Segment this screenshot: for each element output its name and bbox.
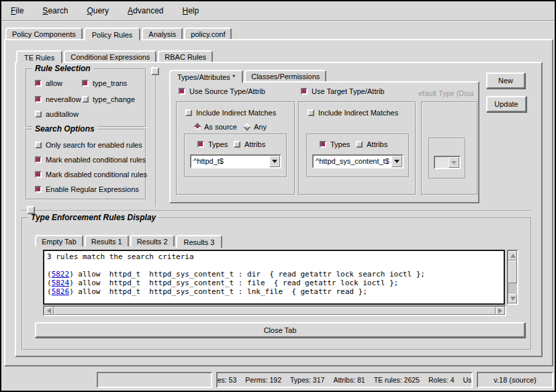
apol-window: File Search Query Advanced Help Policy C…	[0, 0, 556, 392]
checkbox-auditallow[interactable]: auditallow	[35, 110, 79, 118]
menu-advanced[interactable]: Advanced	[128, 6, 163, 15]
stat-attribs: Attribs: 81	[333, 376, 365, 384]
target-type-combo-value: ^httpd_sys_content_t$	[314, 156, 391, 167]
rule-id-link[interactable]: 5826	[52, 287, 70, 296]
tab-results-1[interactable]: Results 1	[85, 235, 129, 246]
checkbox-target-include-indirect[interactable]: Include Indirect Matches	[308, 109, 398, 117]
stat-roles: Roles: 4	[428, 376, 455, 384]
te-rules-display-title: Type Enforcement Rules Display	[28, 213, 158, 222]
checkbox-type-trans[interactable]: type_trans	[82, 79, 127, 87]
checkbox-indicator	[308, 109, 314, 116]
checkbox-allow[interactable]: allow	[35, 79, 62, 87]
checkbox-indicator	[35, 111, 42, 117]
tab-empty[interactable]: Empty Tab	[35, 235, 83, 246]
main-tab-bar: Policy Components Policy Rules Analysis …	[5, 24, 233, 40]
te-rules-tab-bar: TE Rules Conditional Expressions RBAC Ru…	[16, 47, 214, 63]
checkbox-target-types[interactable]: Types	[320, 140, 350, 148]
tab-results-2[interactable]: Results 2	[130, 235, 175, 246]
types-attributes-tab-bar: Types/Attributes * Classes/Permissions	[169, 67, 328, 83]
source-type-combo[interactable]: ^httpd_t$	[190, 154, 281, 168]
rule-selection-group: Rule Selection allow type_trans neverall…	[26, 68, 146, 128]
rule-id-link[interactable]: 5824	[52, 279, 70, 287]
checkbox-mark-disabled-conditional[interactable]: Mark disabled conditional rules	[35, 170, 147, 179]
checkbox-use-source-type[interactable]: Use Source Type/Attrib	[179, 87, 265, 95]
checkbox-enable-regex[interactable]: Enable Regular Expressions	[35, 185, 139, 193]
checkbox-indicator	[82, 80, 89, 87]
menu-query[interactable]: Query	[87, 6, 109, 15]
tab-conditional-expressions[interactable]: Conditional Expressions	[64, 50, 156, 62]
checkbox-mark-enabled-conditional[interactable]: Mark enabled conditional rules	[35, 156, 146, 164]
menu-help[interactable]: Help	[182, 6, 199, 15]
radio-as-source[interactable]: As source	[195, 123, 237, 131]
close-tab-button[interactable]: Close Tab	[35, 322, 525, 338]
tab-policy-rules[interactable]: Policy Rules	[84, 28, 141, 40]
tab-rbac-rules[interactable]: RBAC Rules	[158, 50, 213, 62]
tab-analysis[interactable]: Analysis	[142, 28, 183, 39]
scroll-up-icon[interactable]	[508, 251, 517, 260]
scroll-right-icon[interactable]	[496, 307, 505, 315]
radio-any[interactable]: Any	[244, 123, 267, 131]
checkbox-label: Attribs	[244, 140, 265, 148]
scrollbar-thumb[interactable]	[54, 307, 496, 315]
target-type-group: Include Indirect Matches Types Attribs ^…	[298, 101, 416, 195]
scroll-left-icon[interactable]	[44, 307, 54, 315]
dropdown-arrow-icon[interactable]	[269, 156, 280, 167]
results-horizontal-scrollbar[interactable]	[43, 305, 506, 316]
checkbox-label: type_trans	[93, 79, 127, 87]
scroll-down-icon[interactable]	[508, 294, 517, 303]
menu-search[interactable]: Search	[42, 6, 68, 15]
update-button[interactable]: Update	[486, 96, 526, 112]
rule-line: (5822) allow httpd_t httpd_sys_content_t…	[47, 270, 501, 279]
results-text-area[interactable]: 3 rules match the search criteria (5822)…	[43, 250, 505, 305]
checkbox-label: Attribs	[367, 140, 387, 148]
tab-te-rules[interactable]: TE Rules	[16, 50, 62, 63]
checkbox-source-types[interactable]: Types	[197, 140, 228, 148]
checkbox-neverallow[interactable]: neverallow	[35, 95, 81, 103]
checkbox-source-attribs[interactable]: Attribs	[234, 140, 265, 148]
target-type-combo[interactable]: ^httpd_sys_content_t$	[312, 154, 404, 168]
radio-label: Any	[254, 123, 267, 131]
tab-classes-permissions[interactable]: Classes/Permissions	[244, 70, 326, 81]
radio-indicator	[243, 123, 250, 130]
tab-types-attributes[interactable]: Types/Attributes *	[169, 70, 243, 83]
rule-id-link[interactable]: 5822	[52, 270, 70, 279]
checkbox-target-attribs[interactable]: Attribs	[356, 140, 387, 148]
checkbox-type-change[interactable]: type_change	[82, 95, 135, 103]
vertical-sash	[155, 66, 156, 207]
checkbox-only-enabled-rules[interactable]: Only search for enabled rules	[35, 141, 142, 149]
checkbox-label: allow	[46, 79, 62, 87]
vertical-sash-handle[interactable]	[151, 67, 159, 75]
rule-line: (5824) allow httpd_t httpd_sys_content_t…	[47, 279, 501, 287]
checkbox-indicator	[35, 171, 42, 178]
checkbox-indicator	[356, 141, 363, 148]
default-type-combo	[434, 156, 461, 169]
source-types-box: Types Attribs ^httpd_t$	[184, 134, 287, 178]
source-type-group: Include Indirect Matches As source Any T…	[176, 101, 295, 195]
results-vertical-scrollbar[interactable]	[507, 250, 518, 305]
checkbox-label: type_change	[93, 95, 135, 103]
checkbox-indicator	[234, 141, 240, 148]
stat-te-rules: TE rules: 2625	[374, 376, 420, 384]
tab-policy-components[interactable]: Policy Components	[5, 28, 83, 39]
dropdown-arrow-icon[interactable]	[391, 156, 402, 167]
stat-users: Users: 3	[463, 376, 473, 384]
checkbox-indicator	[35, 96, 42, 103]
status-cell-empty	[97, 372, 212, 388]
status-cell-stats: Classes: 53 Perms: 192 Types: 317 Attrib…	[216, 372, 473, 388]
checkbox-indicator	[35, 156, 42, 163]
checkbox-source-include-indirect[interactable]: Include Indirect Matches	[185, 109, 276, 117]
search-options-title: Search Options	[32, 124, 97, 134]
new-button[interactable]: New	[486, 72, 525, 89]
checkbox-label: Include Indirect Matches	[196, 109, 276, 117]
checkbox-label: Use Target Type/Attrib	[312, 87, 384, 95]
checkbox-indicator	[179, 88, 185, 95]
checkbox-use-target-type[interactable]: Use Target Type/Attrib	[301, 87, 384, 95]
tab-results-3[interactable]: Results 3	[176, 235, 223, 248]
menu-file[interactable]: File	[11, 6, 24, 15]
radio-indicator	[193, 123, 201, 130]
scrollbar-thumb[interactable]	[508, 260, 517, 283]
horizontal-sash-handle[interactable]	[27, 206, 35, 214]
menu-bar: File Search Query Advanced Help	[1, 1, 555, 21]
scrollbar-trough[interactable]	[508, 283, 517, 294]
tab-policy-conf[interactable]: policy.conf	[184, 28, 232, 39]
